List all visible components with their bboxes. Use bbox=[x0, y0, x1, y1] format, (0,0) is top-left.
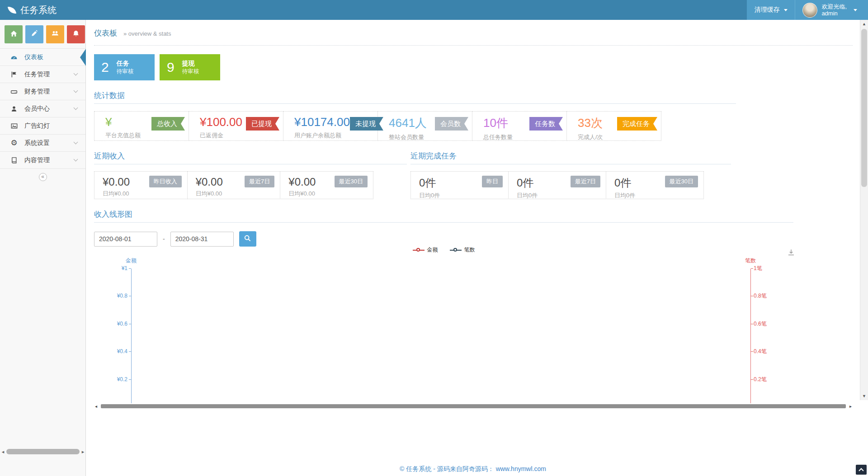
stat-label: 平台充值总额 bbox=[105, 131, 141, 140]
chart-legend: 金额 笔数 bbox=[94, 246, 793, 254]
stat-value: ¥100.00 bbox=[200, 115, 242, 129]
stat-card-task-count: 10件 总任务数量 任务数 bbox=[472, 111, 567, 141]
sidebar: 仪表板 任务管理 财务管理 会员中心 广告幻灯 ⚙ 系统设置 bbox=[0, 20, 86, 476]
active-arrow-icon bbox=[80, 49, 86, 66]
section-title-income-chart: 收入线形图 bbox=[94, 209, 853, 219]
scrollbar-thumb[interactable] bbox=[101, 404, 846, 408]
sidebar-horizontal-scrollbar[interactable]: ◂ ▸ bbox=[0, 448, 86, 455]
breadcrumb-current[interactable]: 仪表板 bbox=[94, 28, 117, 38]
income-card-7days: ¥0.00 最近7日 日均¥0.00 bbox=[187, 171, 281, 199]
stat-label: 已返佣金 bbox=[200, 131, 242, 140]
app-title: 任务系统 bbox=[20, 4, 57, 16]
pending-withdrawals-label: 提现 待审核 bbox=[182, 60, 199, 75]
tick-mark bbox=[751, 351, 753, 352]
scroll-left-icon[interactable]: ◂ bbox=[94, 404, 98, 409]
chevron-down-icon bbox=[74, 106, 78, 110]
window-vertical-scrollbar[interactable]: ▲ ▼ bbox=[860, 20, 868, 400]
sidebar-item-dashboard[interactable]: 仪表板 bbox=[0, 49, 85, 66]
left-axis-tick: ¥0.4 bbox=[94, 348, 127, 355]
stat-value: 10件 bbox=[483, 115, 513, 131]
date-to-input[interactable] bbox=[170, 232, 234, 247]
income-value: ¥0.00 bbox=[103, 176, 130, 188]
sidebar-item-label: 财务管理 bbox=[24, 88, 50, 96]
scroll-left-icon[interactable]: ◂ bbox=[1, 449, 5, 455]
home-icon bbox=[10, 30, 18, 39]
stat-card-unwithdrawn: ¥10174.00 用户账户余额总额 未提现 bbox=[283, 111, 378, 141]
legend-item-count[interactable]: 笔数 bbox=[450, 246, 475, 254]
app-logo[interactable]: 任务系统 bbox=[0, 0, 57, 20]
clear-cache-button[interactable]: 清理缓存 bbox=[747, 0, 795, 20]
quick-home-button[interactable] bbox=[5, 25, 23, 43]
pencil-icon bbox=[31, 30, 38, 39]
task-card-7days: 0件 最近7日 日均0件 bbox=[508, 171, 606, 199]
income-card-yesterday: ¥0.00 昨日收入 日均¥0.00 bbox=[94, 171, 188, 199]
stat-label: 总任务数量 bbox=[483, 133, 513, 141]
sidebar-item-settings[interactable]: ⚙ 系统设置 bbox=[0, 135, 85, 152]
scrollbar-thumb[interactable] bbox=[6, 449, 80, 454]
stat-card-withdrawn: ¥100.00 已返佣金 已提现 bbox=[189, 111, 283, 141]
scroll-right-icon[interactable]: ▸ bbox=[81, 449, 85, 455]
gear-icon: ⚙ bbox=[10, 139, 18, 147]
chart-date-controls: - bbox=[94, 231, 853, 247]
tick-mark bbox=[129, 296, 131, 296]
pending-tasks-count: 2 bbox=[101, 60, 109, 75]
legend-marker-icon bbox=[413, 248, 425, 252]
income-average: 日均¥0.00 bbox=[103, 190, 182, 198]
scroll-right-icon[interactable]: ▸ bbox=[849, 404, 853, 409]
stat-card-members: 4641人 整站会员数量 会员数 bbox=[377, 111, 472, 141]
pending-withdrawals-tile[interactable]: 9 提现 待审核 bbox=[160, 54, 220, 80]
sidebar-collapse-button[interactable]: « bbox=[39, 173, 47, 181]
task-value: 0件 bbox=[614, 176, 631, 190]
chevron-down-icon bbox=[74, 157, 78, 162]
sidebar-item-banners[interactable]: 广告幻灯 bbox=[0, 117, 85, 135]
footer: © 任务系统 - 源码来自阿奇源码： www.hnymwl.com bbox=[86, 465, 860, 473]
sidebar-item-label: 广告幻灯 bbox=[24, 122, 50, 130]
section-title-stats: 统计数据 bbox=[94, 90, 853, 101]
stat-value: 4641人 bbox=[389, 115, 427, 131]
breadcrumb: 仪表板 » overview & stats bbox=[94, 28, 853, 38]
sidebar-menu: 仪表板 任务管理 财务管理 会员中心 广告幻灯 ⚙ 系统设置 bbox=[0, 48, 85, 169]
income-value: ¥0.00 bbox=[196, 176, 223, 188]
scroll-up-icon[interactable]: ▲ bbox=[860, 22, 868, 26]
right-axis-title: 笔数 bbox=[737, 257, 764, 265]
task-badge: 最近7日 bbox=[571, 176, 600, 187]
back-to-top-button[interactable] bbox=[856, 465, 867, 475]
section-divider bbox=[94, 164, 407, 164]
bell-icon bbox=[72, 30, 80, 39]
scroll-down-icon[interactable]: ▼ bbox=[860, 394, 868, 398]
pending-tasks-tile[interactable]: 2 任务 待审核 bbox=[94, 54, 155, 80]
user-menu[interactable]: 欢迎光临, admin bbox=[795, 0, 868, 20]
scrollbar-thumb[interactable] bbox=[861, 29, 867, 187]
sidebar-item-members[interactable]: 会员中心 bbox=[0, 100, 85, 117]
content-horizontal-scrollbar[interactable]: ◂ ▸ bbox=[94, 403, 853, 409]
breadcrumb-divider bbox=[94, 45, 853, 46]
task-cards: 0件 昨日 日均0件 0件 最近7日 日均0件 0件 最近30日 bbox=[410, 171, 704, 199]
income-badge: 昨日收入 bbox=[149, 176, 182, 187]
stat-badge: 总收入 bbox=[151, 117, 185, 131]
tick-mark bbox=[129, 268, 131, 269]
sidebar-item-content[interactable]: 内容管理 bbox=[0, 152, 85, 169]
recent-tasks-section: 近期完成任务 0件 昨日 日均0件 0件 最近7日 日均0件 bbox=[410, 151, 731, 199]
section-divider bbox=[94, 103, 736, 104]
flag-icon bbox=[10, 71, 18, 78]
member-icon bbox=[10, 105, 18, 112]
pending-withdrawals-count: 9 bbox=[167, 60, 175, 75]
left-axis-tick: ¥1 bbox=[94, 265, 127, 272]
search-button[interactable] bbox=[239, 231, 256, 247]
gauge-icon bbox=[10, 54, 18, 61]
recent-sections: 近期收入 ¥0.00 昨日收入 日均¥0.00 ¥0.00 最近7日 日均¥0.… bbox=[94, 151, 853, 199]
quick-members-button[interactable] bbox=[46, 25, 64, 43]
download-chart-icon[interactable] bbox=[788, 249, 795, 258]
date-from-input[interactable] bbox=[94, 232, 157, 247]
legend-item-amount[interactable]: 金额 bbox=[413, 246, 438, 254]
quick-notifications-button[interactable] bbox=[67, 25, 85, 43]
footer-link[interactable]: www.hnymwl.com bbox=[496, 465, 546, 472]
quick-edit-button[interactable] bbox=[25, 25, 43, 43]
legend-label: 金额 bbox=[427, 246, 438, 254]
income-value: ¥0.00 bbox=[288, 176, 316, 188]
sidebar-item-tasks[interactable]: 任务管理 bbox=[0, 66, 85, 83]
sidebar-item-finance[interactable]: 财务管理 bbox=[0, 83, 85, 100]
stat-badge: 已提现 bbox=[246, 117, 279, 131]
pending-tasks-label: 任务 待审核 bbox=[117, 60, 134, 75]
section-title-recent-tasks: 近期完成任务 bbox=[410, 151, 731, 161]
